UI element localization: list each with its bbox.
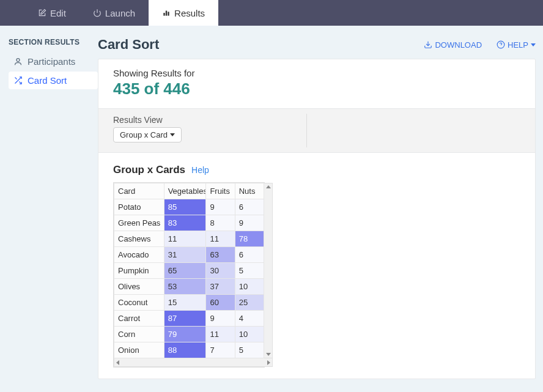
table-row: Pumpkin65305 [114,263,264,279]
sidebar-item-card-sort[interactable]: Card Sort [9,72,98,89]
cell-nut[interactable]: 6 [235,199,264,215]
row-card-label[interactable]: Onion [114,342,164,358]
cell-fru[interactable]: 63 [206,247,235,263]
svg-rect-3 [168,12,169,15]
page-title: Card Sort [98,37,159,53]
summary-value: 435 of 446 [113,80,520,98]
results-card: Showing Results for 435 of 446 Results V… [98,59,536,379]
cell-veg[interactable]: 87 [164,311,206,327]
results-view-label: Results View [113,115,520,125]
row-card-label[interactable]: Green Peas [114,215,164,231]
vertical-scrollbar[interactable] [264,183,273,358]
chevron-down-icon [531,43,536,46]
results-view-select[interactable]: Group x Card [113,127,182,142]
heatmap-table: Card Vegetables Fruits Nuts Potato8596Gr… [113,182,265,368]
tab-label: Launch [105,8,135,18]
edit-icon [38,9,46,17]
cell-nut[interactable]: 9 [235,215,264,231]
cell-veg[interactable]: 31 [164,247,206,263]
table-title: Group x Cards [113,164,185,176]
sidebar-item-label: Card Sort [28,75,67,86]
cell-veg[interactable]: 15 [164,295,206,311]
svg-point-4 [17,59,20,62]
sidebar-title: SECTION RESULTS [9,38,98,46]
download-label: DOWNLOAD [435,40,482,50]
help-icon [497,40,505,49]
cell-fru[interactable]: 9 [206,199,235,215]
cell-veg[interactable]: 65 [164,263,206,279]
summary-label: Showing Results for [113,68,520,78]
cell-nut[interactable]: 25 [235,295,264,311]
table-row: Avocado31636 [114,247,264,263]
row-card-label[interactable]: Corn [114,327,164,342]
col-vegetables[interactable]: Vegetables [164,183,206,199]
svg-rect-2 [166,11,167,16]
cell-veg[interactable]: 85 [164,199,206,215]
sidebar-item-participants[interactable]: Participants [9,53,98,70]
help-button[interactable]: HELP [497,40,536,50]
cell-veg[interactable]: 88 [164,342,206,358]
tab-label: Results [174,8,205,18]
results-view-selected: Group x Card [120,130,168,139]
svg-rect-1 [163,13,164,16]
cell-nut[interactable]: 5 [235,263,264,279]
cell-fru[interactable]: 37 [206,279,235,295]
download-button[interactable]: DOWNLOAD [424,40,482,50]
cell-nut[interactable]: 5 [235,342,264,358]
svg-line-7 [15,78,17,80]
chevron-down-icon [170,133,175,136]
row-card-label[interactable]: Cashews [114,231,164,247]
col-card[interactable]: Card [114,183,164,199]
tab-label: Edit [50,8,66,18]
sidebar-item-label: Participants [28,56,75,67]
cell-veg[interactable]: 79 [164,327,206,342]
divider [306,114,307,147]
download-icon [424,40,432,49]
tab-launch[interactable]: Launch [79,0,149,26]
cell-fru[interactable]: 30 [206,263,235,279]
table-row: Coconut156025 [114,295,264,311]
row-card-label[interactable]: Pumpkin [114,263,164,279]
table-row: Onion8875 [114,342,264,358]
cell-nut[interactable]: 10 [235,279,264,295]
tab-results[interactable]: Results [149,0,218,26]
shuffle-icon [13,76,23,85]
cell-veg[interactable]: 53 [164,279,206,295]
row-card-label[interactable]: Coconut [114,295,164,311]
table-help-link[interactable]: Help [191,165,209,175]
cell-nut[interactable]: 6 [235,247,264,263]
bar-chart-icon [162,9,171,17]
table-row: Carrot8794 [114,311,264,327]
cell-fru[interactable]: 7 [206,342,235,358]
table-row: Potato8596 [114,199,264,215]
row-card-label[interactable]: Olives [114,279,164,295]
cell-nut[interactable]: 78 [235,231,264,247]
cell-fru[interactable]: 11 [206,327,235,342]
user-icon [13,57,23,66]
horizontal-scrollbar[interactable] [114,358,273,367]
cell-fru[interactable]: 60 [206,295,235,311]
tab-edit[interactable]: Edit [24,0,79,26]
col-nuts[interactable]: Nuts [235,183,264,199]
row-card-label[interactable]: Avocado [114,247,164,263]
row-card-label[interactable]: Potato [114,199,164,215]
top-nav: Edit Launch Results [0,0,543,26]
table-row: Cashews111178 [114,231,264,247]
cell-fru[interactable]: 8 [206,215,235,231]
col-fruits[interactable]: Fruits [206,183,235,199]
cell-fru[interactable]: 9 [206,311,235,327]
table-row: Green Peas8389 [114,215,264,231]
sidebar: SECTION RESULTS Participants Card Sort [0,26,98,379]
power-icon [93,9,102,17]
help-label: HELP [508,40,528,50]
cell-fru[interactable]: 11 [206,231,235,247]
cell-veg[interactable]: 11 [164,231,206,247]
cell-veg[interactable]: 83 [164,215,206,231]
table-row: Corn791110 [114,327,264,342]
cell-nut[interactable]: 10 [235,327,264,342]
row-card-label[interactable]: Carrot [114,311,164,327]
cell-nut[interactable]: 4 [235,311,264,327]
table-row: Olives533710 [114,279,264,295]
